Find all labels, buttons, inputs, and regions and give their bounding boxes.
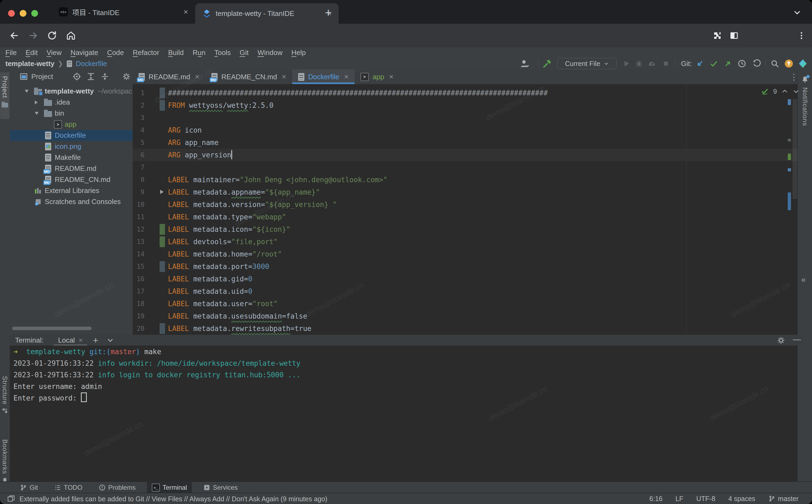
code-editor[interactable]: 1#######################################… <box>133 84 797 336</box>
search-icon[interactable] <box>769 58 780 69</box>
locate-icon[interactable] <box>71 71 82 82</box>
git-update-icon[interactable] <box>694 58 705 69</box>
tree-item-external-libraries[interactable]: External Libraries <box>10 185 133 196</box>
collapse-stripe-icon[interactable]: « <box>801 275 806 284</box>
chevron-down-icon[interactable] <box>35 112 44 115</box>
tree-item-scratches-and-consoles[interactable]: Scratches and Consoles <box>10 196 133 207</box>
profiler-icon[interactable] <box>646 58 657 69</box>
terminal-settings-icon[interactable] <box>777 336 785 345</box>
menu-code[interactable]: Code <box>107 49 124 57</box>
home-icon[interactable] <box>64 29 78 42</box>
fold-icon[interactable] <box>160 190 164 194</box>
menu-tools[interactable]: Tools <box>214 49 231 57</box>
tab-close-icon[interactable]: × <box>183 7 188 16</box>
stripe-notifications-button[interactable]: Notifications <box>798 75 812 126</box>
menu-navigate[interactable]: Navigate <box>71 49 98 57</box>
git-push-icon[interactable] <box>722 58 733 69</box>
sidepanel-icon[interactable] <box>727 29 741 42</box>
close-icon[interactable]: × <box>344 73 348 81</box>
tree-item-template-wetty[interactable]: template-wetty~/workspac <box>10 86 133 97</box>
close-window-button[interactable] <box>8 10 15 17</box>
gear-icon[interactable] <box>121 71 132 82</box>
git-branch-widget[interactable]: master <box>768 495 799 503</box>
menu-file[interactable]: File <box>5 49 17 57</box>
collapse-all-icon[interactable] <box>99 71 110 82</box>
status-message[interactable]: Externally added files can be added to G… <box>19 495 327 503</box>
editor-tab-app[interactable]: >app× <box>355 70 400 84</box>
editor-tab-dockerfile[interactable]: Dockerfile× <box>292 70 355 84</box>
terminal-tab-local[interactable]: Local × <box>55 335 86 346</box>
tree-item-makefile[interactable]: Makefile <box>10 152 133 163</box>
tool-window-button-git[interactable]: Git <box>15 482 43 493</box>
minimize-window-button[interactable] <box>20 10 26 17</box>
editor-tabs-menu-icon[interactable]: ⋮ <box>790 72 798 82</box>
close-icon[interactable]: × <box>79 336 83 344</box>
update-available-icon[interactable] <box>783 58 794 69</box>
new-tab-button[interactable]: + <box>325 6 332 19</box>
tree-item-bin[interactable]: bin <box>10 108 133 119</box>
tree-item--idea[interactable]: .idea <box>10 97 133 108</box>
caret-position[interactable]: 6:16 <box>649 495 663 503</box>
stop-icon[interactable] <box>660 58 671 69</box>
back-icon[interactable] <box>8 29 21 42</box>
menu-refactor[interactable]: Refactor <box>133 49 159 57</box>
editor-tab-readme-cn-md[interactable]: MDREADME_CN.md× <box>205 70 292 84</box>
layout-icon[interactable] <box>7 495 15 503</box>
breadcrumb-file[interactable]: Dockerfile <box>76 60 107 68</box>
stripe-project-button[interactable]: Project <box>0 72 9 119</box>
menu-git[interactable]: Git <box>240 49 249 57</box>
chevron-down-icon[interactable] <box>25 90 34 93</box>
run-icon[interactable] <box>621 58 632 69</box>
tool-window-button-problems[interactable]: Problems <box>94 482 140 493</box>
indent-style[interactable]: 4 spaces <box>728 495 755 503</box>
editor-scrollbar[interactable] <box>793 99 797 199</box>
browser-tab[interactable]: template-wetty - TitanIDE× <box>195 3 339 24</box>
reload-icon[interactable] <box>45 29 59 42</box>
ide-logo-icon[interactable] <box>797 58 808 69</box>
menu-view[interactable]: View <box>47 49 62 57</box>
close-icon[interactable]: × <box>282 73 286 81</box>
debug-icon[interactable] <box>634 58 644 69</box>
stripe-bookmarks-button[interactable]: Bookmarks <box>0 439 9 483</box>
menu-edit[interactable]: Edit <box>26 49 38 57</box>
prev-problem-icon[interactable] <box>781 88 788 95</box>
stripe-structure-button[interactable]: Structure <box>0 376 9 414</box>
file-encoding[interactable]: UTF-8 <box>696 495 715 503</box>
tree-item-app[interactable]: >app <box>10 119 133 130</box>
inspections-widget[interactable]: 9 <box>761 87 800 95</box>
menu-run[interactable]: Run <box>193 49 206 57</box>
tree-item-dockerfile[interactable]: Dockerfile <box>10 130 133 141</box>
menu-help[interactable]: Help <box>291 49 306 57</box>
chevron-right-icon[interactable] <box>35 101 44 104</box>
breadcrumb-project[interactable]: template-wetty <box>5 60 54 68</box>
profile-user-icon[interactable] <box>519 58 530 69</box>
rollback-icon[interactable] <box>752 58 762 69</box>
tool-window-button-terminal[interactable]: >_Terminal <box>147 482 192 493</box>
tree-item-readme-md[interactable]: MDREADME.md <box>10 163 133 174</box>
tree-item-readme-cn-md[interactable]: MDREADME_CN.md <box>10 174 133 185</box>
run-configuration-select[interactable]: Current File <box>557 58 617 69</box>
extensions-icon[interactable] <box>711 29 724 42</box>
chevron-down-icon[interactable] <box>793 8 802 17</box>
menu-window[interactable]: Window <box>257 49 282 57</box>
terminal-output[interactable]: ➜ template-wetty git:(master) make2023-0… <box>10 346 797 481</box>
line-separator[interactable]: LF <box>676 495 683 503</box>
next-problem-icon[interactable] <box>793 88 800 95</box>
minimize-panel-icon[interactable]: — <box>793 335 801 344</box>
history-icon[interactable] <box>737 58 747 69</box>
expand-all-icon[interactable] <box>85 71 96 82</box>
menu-build[interactable]: Build <box>168 49 184 57</box>
tool-window-button-todo[interactable]: TODO <box>49 482 87 493</box>
close-icon[interactable]: × <box>389 73 393 81</box>
maximize-window-button[interactable] <box>31 10 38 17</box>
tree-item-icon-png[interactable]: icon.png <box>10 141 133 152</box>
terminal-dropdown-icon[interactable] <box>106 336 114 344</box>
git-commit-icon[interactable] <box>708 58 719 69</box>
build-icon[interactable] <box>542 58 553 69</box>
forward-icon[interactable] <box>26 29 40 42</box>
horizontal-scrollbar[interactable] <box>12 327 92 330</box>
tool-window-button-services[interactable]: Services <box>198 482 243 493</box>
browser-menu-icon[interactable] <box>795 29 808 42</box>
browser-tab[interactable]: <t>项目 - TitanIDE× <box>52 0 195 24</box>
new-terminal-icon[interactable]: + <box>93 335 98 346</box>
